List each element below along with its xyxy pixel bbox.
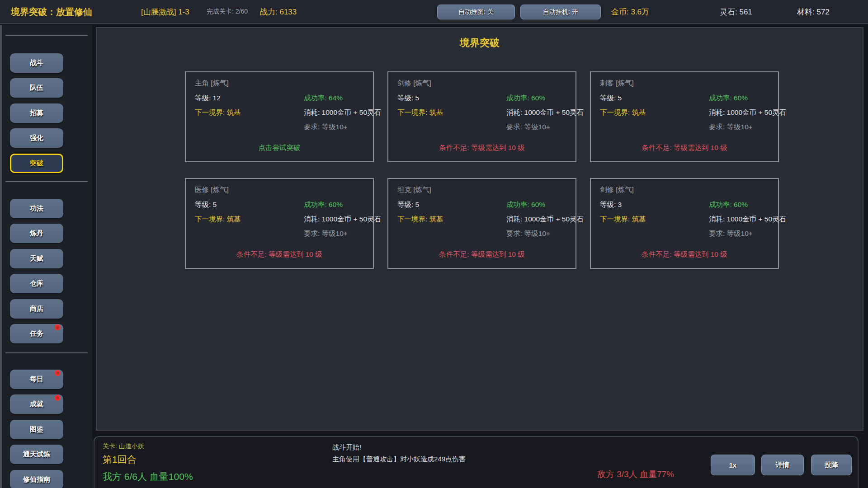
app-window: 境界突破：放置修仙 [山腰激战] 1-3 完成关卡: 2/60 战力: 6133… bbox=[0, 0, 868, 488]
sidebar-item-label: 炼丹 bbox=[30, 229, 43, 238]
battle-log-line: 主角使用【普通攻击】对小妖造成249点伤害 bbox=[332, 455, 466, 464]
sidebar-item-每日[interactable]: 每日 bbox=[10, 370, 63, 389]
card-status: 条件不足: 等级需达到 10 级 bbox=[591, 143, 778, 153]
notification-badge-icon bbox=[55, 395, 61, 401]
sidebar-divider bbox=[5, 181, 88, 182]
page-title: 境界突破 bbox=[97, 36, 863, 50]
breakthrough-card[interactable]: 主角 [炼气] 等级: 12 下一境界: 筑基 成功率: 64% 消耗: 100… bbox=[185, 71, 374, 162]
breakthrough-card[interactable]: 剑修 [炼气] 等级: 5 下一境界: 筑基 成功率: 60% 消耗: 1000… bbox=[387, 71, 576, 162]
card-success-rate: 成功率: 60% bbox=[709, 94, 748, 103]
ally-status: 我方 6/6人 血量100% bbox=[103, 470, 193, 483]
card-requirement: 要求: 等级10+ bbox=[709, 122, 753, 132]
sidebar-item-强化[interactable]: 强化 bbox=[10, 128, 63, 148]
card-cost: 消耗: 1000金币 + 50灵石 bbox=[709, 215, 786, 224]
card-character-name: 医修 [炼气] bbox=[195, 185, 229, 195]
card-success-rate: 成功率: 60% bbox=[506, 200, 545, 210]
sidebar-item-队伍[interactable]: 队伍 bbox=[10, 78, 63, 98]
battle-log-panel: 关卡: 山道小妖 第1回合 我方 6/6人 血量100% 战斗开始! 主角使用【… bbox=[94, 436, 859, 488]
sidebar-item-label: 天赋 bbox=[30, 254, 43, 263]
top-bar: 境界突破：放置修仙 [山腰激战] 1-3 完成关卡: 2/60 战力: 6133… bbox=[0, 0, 868, 24]
sidebar-item-label: 突破 bbox=[30, 159, 43, 168]
sidebar-item-label: 功法 bbox=[30, 204, 43, 213]
battle-surrender-button[interactable]: 投降 bbox=[811, 455, 852, 475]
battle-round-label: 第1回合 bbox=[103, 453, 137, 466]
card-success-rate: 成功率: 64% bbox=[304, 94, 343, 103]
card-requirement: 要求: 等级10+ bbox=[506, 122, 550, 132]
power-value: 战力: 6133 bbox=[260, 6, 297, 17]
card-requirement: 要求: 等级10+ bbox=[304, 229, 348, 239]
sidebar-item-成就[interactable]: 成就 bbox=[10, 394, 63, 414]
card-level: 等级: 5 bbox=[397, 200, 419, 210]
breakthrough-card[interactable]: 坦克 [炼气] 等级: 5 下一境界: 筑基 成功率: 60% 消耗: 1000… bbox=[387, 178, 576, 269]
app-title: 境界突破：放置修仙 bbox=[11, 5, 92, 18]
sidebar-item-label: 招募 bbox=[30, 109, 43, 117]
sidebar-item-label: 仓库 bbox=[30, 279, 43, 288]
card-level: 等级: 3 bbox=[600, 200, 622, 210]
card-level: 等级: 5 bbox=[600, 94, 622, 103]
spirit-stone-amount: 灵石: 561 bbox=[720, 6, 752, 17]
battle-stage-label: 关卡: 山道小妖 bbox=[103, 442, 144, 450]
stage-info: [山腰激战] 1-3 bbox=[141, 6, 189, 17]
card-cost: 消耗: 1000金币 + 50灵石 bbox=[709, 108, 786, 117]
sidebar-item-label: 修仙指南 bbox=[23, 475, 50, 484]
sidebar-item-招募[interactable]: 招募 bbox=[10, 103, 63, 123]
card-cost: 消耗: 1000金币 + 50灵石 bbox=[506, 215, 584, 224]
card-next-realm: 下一境界: 筑基 bbox=[600, 108, 646, 117]
sidebar-item-label: 强化 bbox=[30, 134, 43, 142]
card-next-realm: 下一境界: 筑基 bbox=[195, 108, 241, 117]
card-character-name: 坦克 [炼气] bbox=[397, 185, 431, 195]
battle-detail-button[interactable]: 详情 bbox=[761, 455, 804, 475]
card-success-rate: 成功率: 60% bbox=[304, 200, 343, 210]
card-success-rate: 成功率: 60% bbox=[709, 200, 748, 210]
card-character-name: 剑修 [炼气] bbox=[397, 79, 431, 88]
battle-log-line: 战斗开始! bbox=[332, 443, 361, 452]
sidebar: 战斗 队伍 招募 强化 突破 功法 炼丹 天赋 仓库 商店 任务 每日 成就 图… bbox=[0, 25, 92, 488]
sidebar-item-任务[interactable]: 任务 bbox=[10, 324, 63, 343]
sidebar-item-图鉴[interactable]: 图鉴 bbox=[10, 420, 63, 439]
card-requirement: 要求: 等级10+ bbox=[506, 229, 550, 239]
sidebar-item-通天试炼[interactable]: 通天试炼 bbox=[10, 445, 63, 464]
sidebar-item-战斗[interactable]: 战斗 bbox=[10, 53, 63, 73]
card-cost: 消耗: 1000金币 + 50灵石 bbox=[506, 108, 584, 117]
card-level: 等级: 12 bbox=[195, 94, 221, 103]
battle-speed-button[interactable]: 1x bbox=[711, 455, 755, 475]
sidebar-item-label: 通天试炼 bbox=[23, 450, 50, 459]
sidebar-item-label: 队伍 bbox=[30, 84, 43, 92]
auto-idle-button[interactable]: 自动挂机: 开 bbox=[520, 5, 601, 19]
card-next-realm: 下一境界: 筑基 bbox=[397, 108, 443, 117]
material-amount: 材料: 572 bbox=[797, 6, 830, 17]
sidebar-divider bbox=[5, 35, 88, 36]
card-requirement: 要求: 等级10+ bbox=[709, 229, 753, 239]
card-status: 条件不足: 等级需达到 10 级 bbox=[186, 250, 373, 259]
sidebar-item-label: 成就 bbox=[30, 400, 43, 408]
breakthrough-card[interactable]: 医修 [炼气] 等级: 5 下一境界: 筑基 成功率: 60% 消耗: 1000… bbox=[185, 178, 374, 269]
sidebar-item-炼丹[interactable]: 炼丹 bbox=[10, 224, 63, 243]
card-character-name: 主角 [炼气] bbox=[195, 79, 229, 88]
card-next-realm: 下一境界: 筑基 bbox=[195, 215, 241, 224]
sidebar-item-商店[interactable]: 商店 bbox=[10, 299, 63, 319]
sidebar-item-仓库[interactable]: 仓库 bbox=[10, 274, 63, 293]
breakthrough-card[interactable]: 刺客 [炼气] 等级: 5 下一境界: 筑基 成功率: 60% 消耗: 1000… bbox=[590, 71, 779, 162]
card-level: 等级: 5 bbox=[195, 200, 217, 210]
sidebar-item-修仙指南[interactable]: 修仙指南 bbox=[10, 470, 63, 488]
sidebar-divider bbox=[5, 352, 88, 353]
notification-badge-icon bbox=[55, 324, 61, 330]
gold-amount: 金币: 3.6万 bbox=[611, 6, 649, 17]
card-character-name: 刺客 [炼气] bbox=[600, 79, 634, 88]
enemy-status: 敌方 3/3人 血量77% bbox=[597, 469, 674, 480]
auto-push-button[interactable]: 自动推图: 关 bbox=[437, 5, 515, 19]
card-status: 条件不足: 等级需达到 10 级 bbox=[388, 143, 576, 153]
card-next-realm: 下一境界: 筑基 bbox=[397, 215, 443, 224]
sidebar-item-天赋[interactable]: 天赋 bbox=[10, 249, 63, 268]
sidebar-item-label: 商店 bbox=[30, 305, 43, 313]
card-requirement: 要求: 等级10+ bbox=[304, 122, 348, 132]
sidebar-item-功法[interactable]: 功法 bbox=[10, 199, 63, 218]
sidebar-item-label: 战斗 bbox=[30, 59, 43, 67]
card-status: 点击尝试突破 bbox=[186, 143, 373, 153]
sidebar-item-突破[interactable]: 突破 bbox=[10, 154, 63, 173]
breakthrough-cards: 主角 [炼气] 等级: 12 下一境界: 筑基 成功率: 64% 消耗: 100… bbox=[185, 71, 779, 269]
sidebar-item-label: 每日 bbox=[30, 375, 43, 384]
card-next-realm: 下一境界: 筑基 bbox=[600, 215, 646, 224]
card-level: 等级: 5 bbox=[397, 94, 419, 103]
breakthrough-card[interactable]: 剑修 [炼气] 等级: 3 下一境界: 筑基 成功率: 60% 消耗: 1000… bbox=[590, 178, 779, 269]
